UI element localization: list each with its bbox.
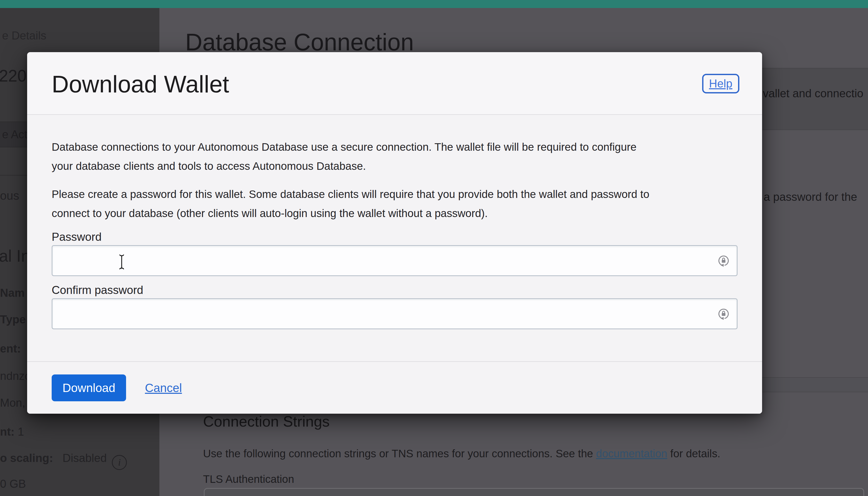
workload-type-label-fragment: Type [0,313,26,326]
confirm-password-input[interactable] [53,299,737,328]
more-actions-label: e Act [2,122,27,147]
documentation-link: documentation [596,448,667,460]
screen: e Details 220 e Act ous al In Nam Type e… [0,0,868,496]
dialog-header: Download Wallet Help [27,52,762,115]
cancel-link[interactable]: Cancel [145,381,182,395]
ocpu-count-value: 1 [18,425,24,438]
confirm-password-field-wrap [52,298,737,329]
connection-strings-heading: Connection Strings [203,413,330,430]
top-bar [0,0,868,8]
wallet-text-fragment: vallet and connectio [763,87,863,100]
section-heading-fragment: al In [0,246,30,266]
ocpu-count-row: nt: 1 [0,425,24,438]
info-icon: i [112,455,127,470]
database-name-fragment: 220 [0,66,27,86]
password-field-wrap [52,245,737,276]
download-button[interactable]: Download [52,374,126,401]
background-row-band [761,377,868,392]
password-text-fragment: a password for the [764,190,857,203]
ocpu-count-label: nt: [0,425,14,438]
password-input[interactable] [53,246,737,275]
page-title: Database Connection [185,29,414,55]
ocid-value-fragment: ndnzc [0,370,30,383]
help-link[interactable]: Help [702,74,739,93]
password-label: Password [52,230,737,244]
auto-scaling-row: o scaling: Disabledi [0,452,127,470]
connection-strings-box [204,488,864,496]
confirm-password-label: Confirm password [52,283,737,297]
download-wallet-dialog: Download Wallet Help Database connection… [27,52,762,414]
dialog-title: Download Wallet [52,72,229,96]
management-label-fragment: ent: [0,342,21,355]
password-lock-icon[interactable] [717,254,730,267]
breadcrumb-fragment: e Details [2,29,46,42]
status-fragment: ous [0,189,19,203]
storage-value-fragment: 0 GB [0,477,26,490]
intro-paragraph: Database connections to your Autonomous … [52,115,737,176]
dialog-body: Database connections to your Autonomous … [27,115,762,329]
confirm-password-lock-icon[interactable] [717,307,730,320]
auto-scaling-value: Disabled [62,452,107,464]
tls-authentication-label: TLS Authentication [203,473,294,485]
display-name-label-fragment: Nam [0,286,25,299]
auto-scaling-label: o scaling: [0,452,53,464]
connection-strings-description: Use the following connection strings or … [203,448,720,460]
dialog-footer: Download Cancel [27,361,762,414]
password-instructions-paragraph: Please create a password for this wallet… [52,176,737,223]
